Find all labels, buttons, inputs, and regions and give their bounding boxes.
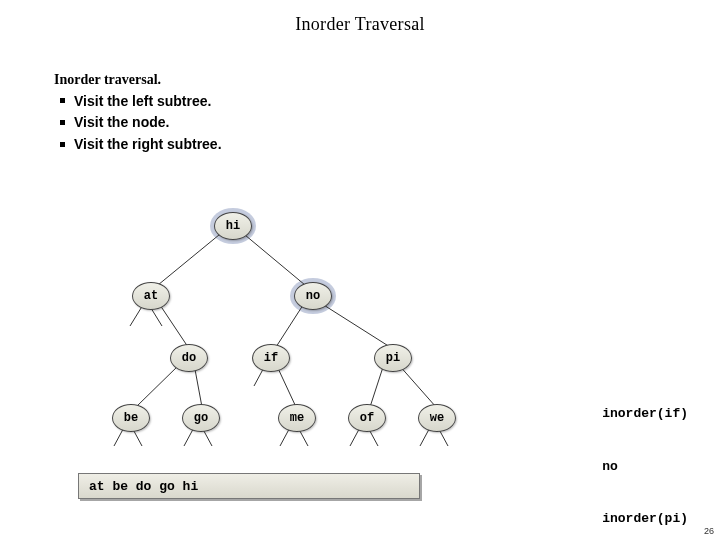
call-stack: inorder(if) no inorder(pi) [602, 370, 688, 540]
tree-node-at: at [132, 282, 170, 310]
tree-node-go: go [182, 404, 220, 432]
svg-line-16 [276, 302, 305, 347]
stack-line-1: inorder(if) [602, 405, 688, 423]
desc-heading: Inorder traversal. [54, 69, 720, 91]
tree-node-be: be [112, 404, 150, 432]
svg-line-21 [370, 364, 384, 407]
page-number: 26 [704, 526, 714, 536]
description-block: Inorder traversal. Visit the left subtre… [54, 69, 720, 156]
tree-node-we: we [418, 404, 456, 432]
desc-list: Visit the left subtree. Visit the node. … [54, 91, 720, 156]
svg-line-15 [158, 302, 188, 347]
svg-line-13 [158, 230, 225, 285]
tree-node-me: me [278, 404, 316, 432]
desc-bullet-3: Visit the right subtree. [74, 134, 720, 156]
stack-line-3: inorder(pi) [602, 510, 688, 528]
tree-diagram: hi at no do if pi be go me of we [80, 200, 500, 460]
svg-line-17 [319, 302, 390, 347]
svg-line-22 [398, 364, 436, 407]
desc-bullet-2: Visit the node. [74, 112, 720, 134]
tree-node-do: do [170, 344, 208, 372]
tree-node-of: of [348, 404, 386, 432]
svg-line-14 [239, 230, 305, 285]
tree-node-no: no [294, 282, 332, 310]
svg-line-18 [136, 364, 180, 407]
tree-node-pi: pi [374, 344, 412, 372]
stack-line-2: no [602, 458, 688, 476]
desc-bullet-1: Visit the left subtree. [74, 91, 720, 113]
output-sequence-bar: at be do go hi [78, 473, 420, 499]
tree-node-hi: hi [214, 212, 252, 240]
tree-node-if: if [252, 344, 290, 372]
page-title: Inorder Traversal [0, 0, 720, 35]
